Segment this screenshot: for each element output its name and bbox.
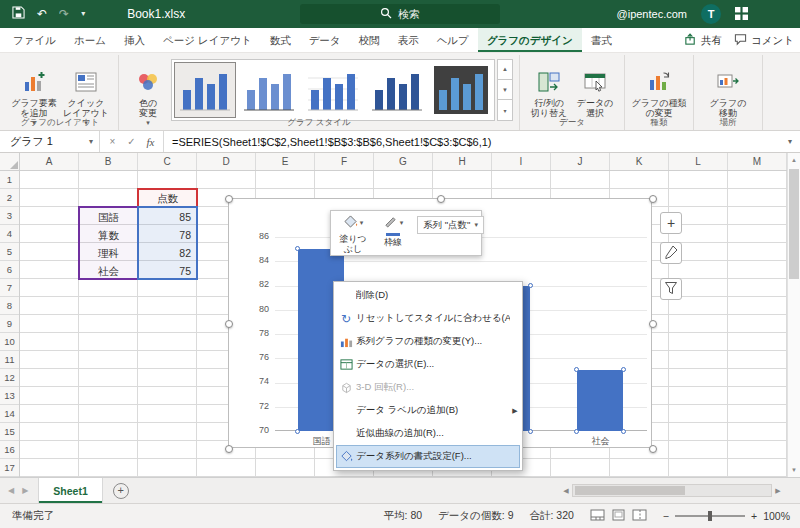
qat-customize-icon[interactable]: ▾ <box>81 8 85 20</box>
zoom-in-icon[interactable]: + <box>751 510 757 522</box>
y-axis-tick[interactable]: 86 <box>241 231 269 241</box>
save-icon[interactable] <box>12 5 25 23</box>
add-sheet-button[interactable]: + <box>113 483 129 499</box>
select-all-corner[interactable] <box>0 153 20 171</box>
tab-review[interactable]: 校閲 <box>350 28 389 52</box>
series-name-range[interactable]: 点数 <box>137 188 198 208</box>
switch-row-column-button[interactable]: 行/列の 切り替え <box>526 57 572 118</box>
share-button[interactable]: 共有 <box>684 33 722 48</box>
name-box[interactable]: グラフ 1 ▾ <box>0 131 100 152</box>
column-header[interactable]: A <box>20 153 79 170</box>
gallery-down-icon[interactable]: ▼ <box>497 80 513 101</box>
category-range[interactable]: 国語 算数 理科 社会 <box>78 206 139 280</box>
outline-color-button[interactable]: ▾ 枠線 <box>377 214 409 252</box>
change-chart-type-button[interactable]: グラフの種類 の変更 <box>631 57 687 118</box>
row-header[interactable]: 10 <box>0 333 19 351</box>
cancel-icon[interactable]: × <box>104 136 121 147</box>
sheet-nav-right-icon[interactable]: ▶ <box>22 486 28 495</box>
column-header[interactable]: D <box>197 153 256 170</box>
zoom-out-icon[interactable]: − <box>663 510 669 522</box>
y-axis-tick[interactable]: 72 <box>241 401 269 411</box>
row-header[interactable]: 4 <box>0 225 19 243</box>
vertical-scrollbar[interactable]: ▲ ▼ <box>787 153 800 477</box>
column-header[interactable]: B <box>79 153 138 170</box>
sheet-canvas[interactable]: 点数 国語 算数 理科 社会 85 78 82 75 86 84 82 80 7… <box>20 171 787 477</box>
chart-styles-button[interactable] <box>660 242 682 264</box>
row-header[interactable]: 13 <box>0 387 19 405</box>
tab-page-layout[interactable]: ページ レイアウト <box>154 28 261 52</box>
select-data-button[interactable]: データの 選択 <box>572 57 618 118</box>
move-chart-button[interactable]: グラフの 移動 <box>700 57 756 118</box>
chart-resize-handle[interactable] <box>649 195 657 203</box>
chart-filters-button[interactable] <box>660 278 682 300</box>
column-header[interactable]: M <box>728 153 787 170</box>
column-header[interactable]: G <box>374 153 433 170</box>
zoom-slider-thumb[interactable] <box>708 511 712 521</box>
tab-chart-design[interactable]: グラフのデザイン <box>478 28 582 52</box>
cell-b5[interactable]: 理科 <box>80 244 137 262</box>
row-header[interactable]: 11 <box>0 351 19 369</box>
bar-shakai[interactable] <box>577 370 623 431</box>
scroll-right-icon[interactable]: ▶ <box>772 487 784 495</box>
cell-b4[interactable]: 算数 <box>80 226 137 244</box>
page-break-view-icon[interactable] <box>632 509 647 523</box>
chart-elements-button[interactable]: + <box>660 212 682 234</box>
column-header[interactable]: C <box>138 153 197 170</box>
cell-c5[interactable]: 82 <box>139 244 196 262</box>
horizontal-scrollbar[interactable]: ◀ ▶ <box>560 483 784 498</box>
sheet-tab-sheet1[interactable]: Sheet1 <box>38 478 102 503</box>
row-header[interactable]: 2 <box>0 189 19 207</box>
horizontal-scroll-thumb[interactable] <box>575 486 685 495</box>
chart-resize-handle[interactable] <box>225 195 233 203</box>
menu-item-add-data-labels[interactable]: データ ラベルの追加(B) ▶ <box>336 399 520 422</box>
row-header[interactable]: 12 <box>0 369 19 387</box>
y-axis-tick[interactable]: 82 <box>241 279 269 289</box>
column-header[interactable]: J <box>551 153 610 170</box>
undo-icon[interactable]: ↶ <box>37 8 47 20</box>
menu-item-format-data-series[interactable]: データ系列の書式設定(F)... <box>336 445 520 468</box>
menu-item-reset-style[interactable]: ↻ リセットしてスタイルに合わせる(A) <box>336 307 520 330</box>
tab-data[interactable]: データ <box>300 28 350 52</box>
row-header[interactable]: 6 <box>0 261 19 279</box>
comments-button[interactable]: コメント <box>734 33 794 48</box>
menu-item-add-trendline[interactable]: 近似曲線の追加(R)... <box>336 422 520 445</box>
search-box[interactable]: 検索 <box>300 4 500 24</box>
change-colors-button[interactable]: 色の 変更 ▾ <box>125 57 171 126</box>
scroll-left-icon[interactable]: ◀ <box>560 487 572 495</box>
account-name[interactable]: @ipentec.com <box>617 8 687 20</box>
y-axis-tick[interactable]: 74 <box>241 376 269 386</box>
redo-icon[interactable]: ↷ <box>59 8 69 20</box>
row-header[interactable]: 9 <box>0 315 19 333</box>
menu-item-delete[interactable]: 削除(D) <box>336 284 520 307</box>
menu-item-3d-rotation[interactable]: 3-D 回転(R)... <box>336 376 520 399</box>
row-header[interactable]: 8 <box>0 297 19 315</box>
row-header[interactable]: 16 <box>0 441 19 459</box>
enter-icon[interactable]: ✓ <box>123 136 140 147</box>
cell-b3[interactable]: 国語 <box>80 208 137 226</box>
sheet-nav-left-icon[interactable]: ◀ <box>8 486 14 495</box>
scroll-down-icon[interactable]: ▼ <box>788 463 800 477</box>
vertical-scroll-thumb[interactable] <box>789 169 799 279</box>
page-layout-view-icon[interactable] <box>611 509 626 523</box>
chart-resize-handle[interactable] <box>225 320 233 328</box>
row-header[interactable]: 3 <box>0 207 19 225</box>
formula-bar-expand-icon[interactable]: ▾ <box>780 131 800 152</box>
formula-input[interactable]: =SERIES(Sheet1!$C$2,Sheet1!$B$3:$B$6,She… <box>164 131 780 152</box>
chart-resize-handle[interactable] <box>225 445 233 453</box>
row-header[interactable]: 7 <box>0 279 19 297</box>
menu-item-select-data[interactable]: データの選択(E)... <box>336 353 520 376</box>
column-header[interactable]: E <box>256 153 315 170</box>
y-axis-tick[interactable]: 78 <box>241 328 269 338</box>
chart-style-3[interactable] <box>302 62 364 118</box>
horizontal-scroll-track[interactable] <box>572 484 772 497</box>
gallery-up-icon[interactable]: ▲ <box>497 59 513 80</box>
scroll-up-icon[interactable]: ▲ <box>788 153 800 167</box>
chart-style-5[interactable] <box>430 62 492 118</box>
zoom-level[interactable]: 100% <box>763 510 790 522</box>
cell-b6[interactable]: 社会 <box>80 262 137 280</box>
tab-format[interactable]: 書式 <box>582 28 621 52</box>
zoom-slider[interactable] <box>675 515 745 517</box>
series-selector[interactable]: 系列 "点数" ▾ <box>417 216 484 234</box>
chart-resize-handle[interactable] <box>649 320 657 328</box>
chart-resize-handle[interactable] <box>649 445 657 453</box>
